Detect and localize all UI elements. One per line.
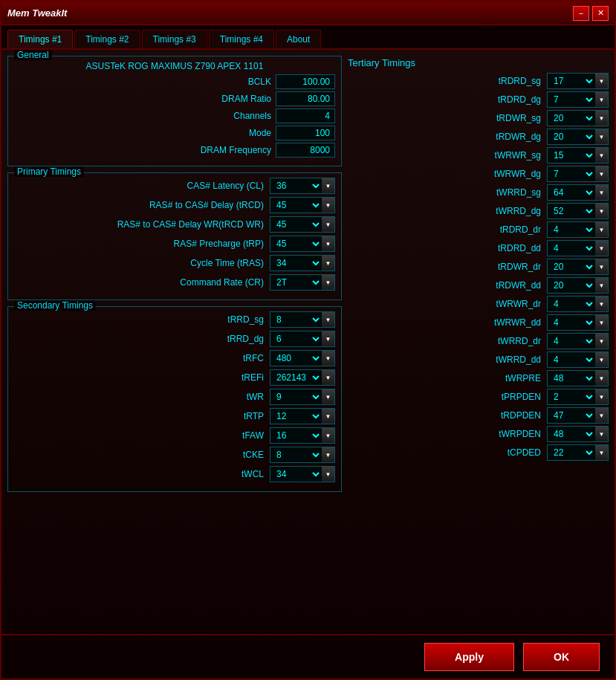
tertiary-select-18[interactable]: 47 xyxy=(547,407,595,424)
tertiary-arrow-8[interactable]: ▼ xyxy=(595,221,609,238)
tertiary-select-17[interactable]: 2 xyxy=(547,389,595,405)
tab-timings3[interactable]: Timings #3 xyxy=(142,30,207,48)
tertiary-arrow-14[interactable]: ▼ xyxy=(595,333,609,349)
tertiary-arrow-19[interactable]: ▼ xyxy=(595,426,609,442)
twcl-combo: 34 ▼ xyxy=(270,466,335,482)
tertiary-select-19[interactable]: 48 xyxy=(547,426,595,442)
tfaw-arrow[interactable]: ▼ xyxy=(322,427,335,444)
tertiary-combo-13: 4 ▼ xyxy=(547,314,609,331)
tertiary-select-16[interactable]: 48 xyxy=(547,370,595,386)
tertiary-arrow-7[interactable]: ▼ xyxy=(595,203,609,219)
tertiary-select-14[interactable]: 4 xyxy=(547,333,595,349)
mode-label: Mode xyxy=(182,128,271,138)
tertiary-arrow-12[interactable]: ▼ xyxy=(595,296,609,312)
close-button[interactable]: ✕ xyxy=(592,6,609,21)
tertiary-select-7[interactable]: 52 xyxy=(547,203,595,219)
trrd-dg-arrow[interactable]: ▼ xyxy=(322,331,335,347)
cr-arrow[interactable]: ▼ xyxy=(322,274,335,291)
tertiary-select-1[interactable]: 7 xyxy=(547,91,595,108)
tras-arrow[interactable]: ▼ xyxy=(322,255,335,271)
trp-arrow[interactable]: ▼ xyxy=(322,236,335,252)
cl-arrow[interactable]: ▼ xyxy=(322,178,335,194)
cl-select[interactable]: 36 xyxy=(270,178,322,194)
tertiary-label-15: tWRRD_dd xyxy=(473,354,547,365)
tertiary-arrow-10[interactable]: ▼ xyxy=(595,259,609,275)
tertiary-select-5[interactable]: 7 xyxy=(547,166,595,182)
trtp-label: tRTP xyxy=(14,411,270,421)
tertiary-select-12[interactable]: 4 xyxy=(547,296,595,312)
tertiary-arrow-16[interactable]: ▼ xyxy=(595,370,609,386)
tcke-select[interactable]: 8 xyxy=(270,447,322,463)
tertiary-arrow-5[interactable]: ▼ xyxy=(595,166,609,182)
tertiary-arrow-11[interactable]: ▼ xyxy=(595,277,609,294)
tfaw-select[interactable]: 16 xyxy=(270,427,322,444)
tertiary-select-13[interactable]: 4 xyxy=(547,314,595,331)
trcd-arrow[interactable]: ▼ xyxy=(322,197,335,213)
tertiary-arrow-17[interactable]: ▼ xyxy=(595,389,609,405)
trcd-wr-select[interactable]: 45 xyxy=(270,216,322,233)
twr-arrow[interactable]: ▼ xyxy=(322,389,335,405)
trcd-wr-arrow[interactable]: ▼ xyxy=(322,216,335,233)
trrd-sg-select[interactable]: 8 xyxy=(270,311,322,328)
tertiary-combo-4: 15 ▼ xyxy=(547,147,609,163)
tertiary-select-0[interactable]: 17 xyxy=(547,73,595,89)
dram-ratio-value: 80.00 xyxy=(276,91,335,106)
twcl-select[interactable]: 34 xyxy=(270,466,322,482)
tertiary-arrow-1[interactable]: ▼ xyxy=(595,91,609,108)
tertiary-select-2[interactable]: 20 xyxy=(547,110,595,126)
trcd-select[interactable]: 45 xyxy=(270,197,322,213)
trtp-select[interactable]: 12 xyxy=(270,408,322,424)
tras-select[interactable]: 34 xyxy=(270,255,322,271)
twr-select[interactable]: 9 xyxy=(270,389,322,405)
trtp-arrow[interactable]: ▼ xyxy=(322,408,335,424)
ok-button[interactable]: OK xyxy=(523,643,600,671)
tertiary-arrow-3[interactable]: ▼ xyxy=(595,129,609,145)
tertiary-arrow-20[interactable]: ▼ xyxy=(595,444,609,461)
tertiary-arrow-18[interactable]: ▼ xyxy=(595,407,609,424)
tertiary-arrow-9[interactable]: ▼ xyxy=(595,240,609,256)
trefi-row: tREFi 262143 ▼ xyxy=(14,369,335,386)
tfaw-row: tFAW 16 ▼ xyxy=(14,427,335,444)
tertiary-arrow-4[interactable]: ▼ xyxy=(595,147,609,163)
tfaw-label: tFAW xyxy=(14,430,270,441)
tcke-arrow[interactable]: ▼ xyxy=(322,447,335,463)
tertiary-select-8[interactable]: 4 xyxy=(547,221,595,238)
tertiary-select-6[interactable]: 64 xyxy=(547,184,595,201)
twcl-arrow[interactable]: ▼ xyxy=(322,466,335,482)
tertiary-arrow-0[interactable]: ▼ xyxy=(595,73,609,89)
tertiary-select-11[interactable]: 20 xyxy=(547,277,595,294)
trfc-arrow[interactable]: ▼ xyxy=(322,350,335,366)
tertiary-arrow-13[interactable]: ▼ xyxy=(595,314,609,331)
tertiary-select-15[interactable]: 4 xyxy=(547,352,595,368)
trcd-wr-combo: 45 ▼ xyxy=(270,216,335,233)
tertiary-select-20[interactable]: 22 xyxy=(547,444,595,461)
tertiary-label-10: tRDWR_dr xyxy=(473,262,547,272)
trcd-combo: 45 ▼ xyxy=(270,197,335,213)
tab-timings1[interactable]: Timings #1 xyxy=(7,30,73,48)
trrd-dg-select[interactable]: 6 xyxy=(270,331,322,347)
tertiary-arrow-6[interactable]: ▼ xyxy=(595,184,609,201)
trfc-select[interactable]: 480 xyxy=(270,350,322,366)
trefi-arrow[interactable]: ▼ xyxy=(322,369,335,386)
tab-timings4[interactable]: Timings #4 xyxy=(209,30,274,48)
tertiary-select-3[interactable]: 20 xyxy=(547,129,595,145)
trtp-row: tRTP 12 ▼ xyxy=(14,408,335,424)
tab-about[interactable]: About xyxy=(276,30,321,48)
minimize-button[interactable]: − xyxy=(573,6,589,21)
bclk-row: BCLK 100.00 xyxy=(14,74,335,89)
trp-select[interactable]: 45 xyxy=(270,236,322,252)
tertiary-select-4[interactable]: 15 xyxy=(547,147,595,163)
tertiary-arrow-2[interactable]: ▼ xyxy=(595,110,609,126)
apply-button[interactable]: Apply xyxy=(424,643,514,671)
trrd-sg-arrow[interactable]: ▼ xyxy=(322,311,335,328)
trefi-select[interactable]: 262143 xyxy=(270,369,322,386)
tertiary-select-9[interactable]: 4 xyxy=(547,240,595,256)
trcd-row: RAS# to CAS# Delay (tRCD) 45 ▼ xyxy=(14,197,335,213)
tertiary-arrow-15[interactable]: ▼ xyxy=(595,352,609,368)
secondary-group: Secondary Timings tRRD_sg 8 ▼ tRRD_dg 6 … xyxy=(7,306,342,492)
tab-timings2[interactable]: Timings #2 xyxy=(74,30,140,48)
cr-select[interactable]: 2T xyxy=(270,274,322,291)
channels-row: Channels 4 xyxy=(14,109,335,123)
tertiary-select-10[interactable]: 20 xyxy=(547,259,595,275)
tertiary-rows: tRDRD_sg 17 ▼ tRDRD_dg 7 ▼ tRDWR_sg 20 ▼… xyxy=(348,73,609,463)
